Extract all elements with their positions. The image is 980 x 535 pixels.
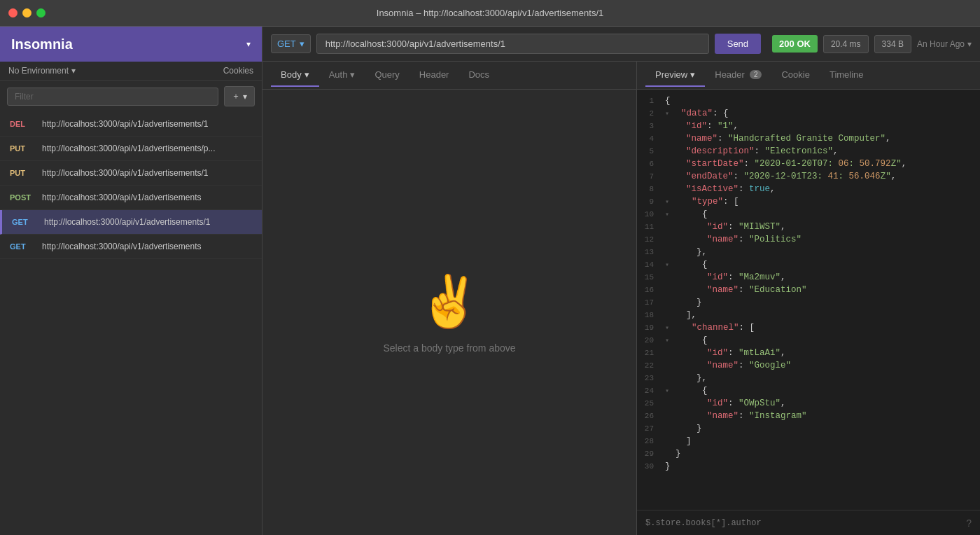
env-bar: No Environment ▾ Cookies — [0, 62, 262, 81]
filter-input[interactable] — [7, 88, 218, 106]
close-button[interactable] — [8, 8, 18, 18]
list-item[interactable]: GET http://localhost:3000/api/v1/adverti… — [0, 235, 262, 259]
line-content: "name": "Google" — [662, 361, 980, 370]
body-placeholder: ✌️ Select a body type from above — [262, 90, 636, 535]
line-number: 7 — [637, 172, 662, 181]
json-line: 13 }, — [637, 246, 980, 259]
json-line: 25 "id": "OWpStu", — [637, 398, 980, 410]
cookies-button[interactable]: Cookies — [223, 66, 253, 76]
method-selector[interactable]: GET ▾ — [271, 34, 311, 53]
tab-timeline[interactable]: Timeline — [820, 64, 874, 87]
env-text: No Environment — [8, 66, 69, 76]
response-time: 20.4 ms — [823, 35, 869, 53]
sidebar-controls: ＋ ▾ — [0, 81, 262, 112]
json-line: 3 "id": "1", — [637, 120, 980, 133]
tab-auth[interactable]: Auth ▾ — [319, 64, 365, 87]
line-content: "id": "mtLaAi", — [662, 348, 980, 358]
line-number: 19 — [637, 323, 662, 332]
response-size: 334 B — [874, 35, 911, 53]
tab-preview[interactable]: Preview ▾ — [645, 64, 705, 87]
line-number: 22 — [637, 361, 662, 370]
line-number: 29 — [637, 449, 662, 458]
status-badge: 200 OK — [772, 35, 818, 53]
maximize-button[interactable] — [36, 8, 46, 18]
line-number: 5 — [637, 146, 662, 155]
tab-cookie[interactable]: Cookie — [771, 64, 819, 87]
tab-dropdown-icon: ▾ — [690, 69, 695, 80]
line-content: "id": "OWpStu", — [662, 398, 980, 408]
collapse-icon[interactable]: ▾ — [665, 337, 669, 345]
request-url: http://localhost:3000/api/v1/advertiseme… — [42, 144, 215, 153]
env-label[interactable]: No Environment ▾ — [8, 66, 76, 76]
body-tabs: Body ▾Auth ▾QueryHeaderDocs — [262, 62, 636, 90]
tab-header[interactable]: Header — [410, 64, 459, 87]
minimize-button[interactable] — [22, 8, 31, 18]
json-line: 29 } — [637, 448, 980, 461]
line-number: 18 — [637, 310, 662, 319]
line-content: "isActive": true, — [662, 184, 980, 194]
query-bar: ? — [637, 510, 980, 535]
collapse-icon[interactable]: ▾ — [665, 261, 669, 269]
json-line: 8 "isActive": true, — [637, 183, 980, 196]
line-number: 11 — [637, 222, 662, 231]
json-line: 7 "endDate": "2020-12-01T23: 41: 56.046Z… — [637, 171, 980, 183]
line-number: 6 — [637, 159, 662, 168]
line-content: "startDate": "2020-01-20T07: 06: 50.792Z… — [662, 159, 980, 169]
tab-header[interactable]: Header 2 — [705, 64, 771, 87]
help-icon[interactable]: ? — [966, 517, 972, 529]
json-line: 14▾ { — [637, 259, 980, 272]
line-number: 27 — [637, 424, 662, 433]
tab-body[interactable]: Body ▾ — [271, 64, 319, 87]
json-line: 23 }, — [637, 373, 980, 385]
request-url: http://localhost:3000/api/v1/advertiseme… — [42, 242, 201, 251]
request-url: http://localhost:3000/api/v1/advertiseme… — [42, 119, 208, 129]
collapse-icon[interactable]: ▾ — [665, 387, 669, 395]
right-panel: Preview ▾Header 2CookieTimeline 1{2▾ "da… — [637, 62, 980, 535]
request-list: DEL http://localhost:3000/api/v1/adverti… — [0, 112, 262, 535]
send-button[interactable]: Send — [715, 34, 761, 54]
line-number: 23 — [637, 373, 662, 382]
json-line: 19▾ "channel": [ — [637, 322, 980, 335]
method-label: GET — [10, 242, 35, 251]
list-item[interactable]: PUT http://localhost:3000/api/v1/adverti… — [0, 137, 262, 161]
tab-docs[interactable]: Docs — [458, 64, 499, 87]
collapse-icon[interactable]: ▾ — [665, 324, 669, 332]
query-input[interactable] — [645, 518, 966, 528]
list-item[interactable]: DEL http://localhost:3000/api/v1/adverti… — [0, 112, 262, 137]
add-dropdown-icon: ▾ — [243, 92, 247, 102]
json-viewer[interactable]: 1{2▾ "data": {3 "id": "1",4 "name": "Han… — [637, 90, 980, 510]
sidebar: Insomnia ▾ No Environment ▾ Cookies ＋ ▾ … — [0, 27, 262, 535]
method-chevron-icon: ▾ — [300, 39, 304, 49]
list-item[interactable]: PUT http://localhost:3000/api/v1/adverti… — [0, 161, 262, 186]
line-number: 15 — [637, 272, 662, 282]
json-line: 11 "id": "MIlWST", — [637, 221, 980, 234]
add-request-button[interactable]: ＋ ▾ — [224, 86, 255, 106]
traffic-lights — [8, 8, 46, 18]
json-line: 26 "name": "Instagram" — [637, 410, 980, 423]
line-content: "name": "Handcrafted Granite Computer", — [662, 134, 980, 144]
line-number: 17 — [637, 298, 662, 307]
method-label: POST — [10, 193, 35, 202]
line-number: 14 — [637, 260, 662, 269]
tab-query[interactable]: Query — [365, 64, 409, 87]
collapse-icon[interactable]: ▾ — [665, 211, 669, 218]
url-input[interactable] — [316, 34, 709, 54]
line-number: 26 — [637, 411, 662, 420]
line-number: 3 — [637, 121, 662, 130]
line-content: ▾ "data": { — [662, 109, 980, 118]
sidebar-dropdown-icon[interactable]: ▾ — [246, 39, 251, 49]
line-content: } — [662, 298, 980, 307]
list-item[interactable]: POST http://localhost:3000/api/v1/advert… — [0, 186, 262, 210]
collapse-icon[interactable]: ▾ — [665, 198, 669, 206]
request-url: http://localhost:3000/api/v1/advertiseme… — [44, 217, 210, 227]
json-line: 10▾ { — [637, 209, 980, 221]
line-number: 24 — [637, 386, 662, 395]
collapse-icon[interactable]: ▾ — [665, 110, 669, 118]
json-line: 22 "name": "Google" — [637, 360, 980, 373]
tab-badge: 2 — [750, 70, 762, 79]
line-number: 4 — [637, 134, 662, 143]
line-content: ▾ "type": [ — [662, 197, 980, 207]
list-item[interactable]: GET http://localhost:3000/api/v1/adverti… — [0, 210, 262, 235]
line-content: { — [662, 96, 980, 106]
line-content: }, — [662, 373, 980, 383]
